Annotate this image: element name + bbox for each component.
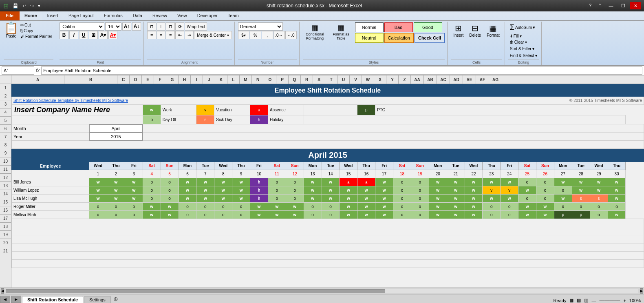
col-header-z[interactable]: Z: [399, 75, 411, 84]
tab-insert[interactable]: Insert: [42, 11, 64, 20]
emp-2-d10[interactable]: h: [250, 186, 268, 195]
tab-page-layout[interactable]: Page Layout: [64, 11, 99, 20]
emp-4-d29[interactable]: o: [590, 203, 608, 211]
emp-4-d8[interactable]: o: [214, 203, 232, 211]
emp-3-d16[interactable]: w: [357, 195, 375, 203]
col-header-af[interactable]: AF: [476, 75, 489, 84]
italic-btn[interactable]: I: [69, 31, 78, 39]
emp-2-d15[interactable]: w: [340, 186, 357, 195]
col-header-v[interactable]: V: [350, 75, 362, 84]
h-scrollbar-thumb[interactable]: [6, 289, 385, 293]
zoom-minus-btn[interactable]: —: [591, 298, 596, 303]
save-quick-btn[interactable]: 💾: [11, 2, 20, 9]
emp-2-d19[interactable]: o: [411, 186, 429, 195]
emp-4-d15[interactable]: w: [340, 203, 357, 211]
emp-2-d5[interactable]: o: [161, 186, 179, 195]
company-name-cell[interactable]: Insert Company Name Here: [12, 105, 143, 115]
align-left-btn[interactable]: ≡: [147, 31, 156, 39]
emp-1-d29[interactable]: w: [590, 178, 608, 186]
border-btn[interactable]: ⊞: [89, 31, 98, 39]
find-select-btn[interactable]: Find & Select ▾: [508, 53, 539, 59]
emp-1-d1[interactable]: w: [89, 178, 107, 186]
emp-5-d9[interactable]: o: [232, 211, 250, 219]
emp-3-d20[interactable]: w: [429, 195, 447, 203]
year-value[interactable]: 2015: [89, 133, 143, 141]
emp-4-d26[interactable]: w: [536, 203, 554, 211]
emp-2-d6[interactable]: w: [179, 186, 196, 195]
emp-1-d19[interactable]: o: [411, 178, 429, 186]
emp-5-d2[interactable]: o: [107, 211, 125, 219]
emp-2-d11[interactable]: o: [268, 186, 286, 195]
col-header-k[interactable]: K: [215, 75, 227, 84]
emp-3-d18[interactable]: o: [393, 195, 411, 203]
emp-2-d17[interactable]: w: [375, 186, 393, 195]
emp-3-d25[interactable]: o: [518, 195, 536, 203]
emp-3-d2[interactable]: w: [107, 195, 125, 203]
emp-3-d26[interactable]: o: [536, 195, 554, 203]
col-header-l[interactable]: L: [227, 75, 240, 84]
emp-1-d23[interactable]: w: [483, 178, 501, 186]
style-normal-btn[interactable]: Normal: [355, 22, 384, 32]
emp-5-d22[interactable]: w: [465, 211, 483, 219]
redo-quick-btn[interactable]: ↪: [29, 2, 35, 9]
emp-2-d1[interactable]: w: [89, 186, 107, 195]
font-color-btn[interactable]: A▾: [108, 31, 117, 39]
bold-btn[interactable]: B: [60, 31, 68, 39]
emp-5-d8[interactable]: o: [214, 211, 232, 219]
emp-3-d9[interactable]: w: [232, 195, 250, 203]
emp-3-name[interactable]: Lisa McHugh: [12, 195, 89, 203]
col-header-e[interactable]: E: [142, 75, 154, 84]
emp-1-d7[interactable]: w: [196, 178, 214, 186]
emp-1-d9[interactable]: w: [232, 178, 250, 186]
emp-4-d6[interactable]: o: [179, 203, 196, 211]
format-painter-button[interactable]: 🖌 Format Painter: [19, 34, 53, 39]
emp-1-d8[interactable]: w: [214, 178, 232, 186]
emp-3-d17[interactable]: w: [375, 195, 393, 203]
month-value[interactable]: April: [89, 124, 143, 133]
emp-3-d11[interactable]: o: [268, 195, 286, 203]
emp-5-d3[interactable]: o: [125, 211, 143, 219]
emp-5-d17[interactable]: w: [375, 211, 393, 219]
emp-2-d12[interactable]: o: [286, 186, 304, 195]
emp-4-d7[interactable]: o: [196, 203, 214, 211]
emp-5-d27[interactable]: p: [554, 211, 572, 219]
emp-4-d25[interactable]: w: [518, 203, 536, 211]
emp-4-d11[interactable]: w: [268, 203, 286, 211]
autosum-btn[interactable]: Σ AutoSum ▾: [508, 22, 537, 33]
emp-5-d25[interactable]: w: [518, 211, 536, 219]
font-name-select[interactable]: Calibri: [60, 22, 104, 31]
fill-color-btn[interactable]: A▾: [99, 31, 108, 39]
emp-5-d6[interactable]: o: [179, 211, 196, 219]
emp-4-d20[interactable]: w: [429, 203, 447, 211]
page-layout-btn[interactable]: ▤: [577, 298, 581, 303]
emp-4-d9[interactable]: o: [232, 203, 250, 211]
emp-1-d4[interactable]: o: [143, 178, 161, 186]
emp-1-d14[interactable]: w: [322, 178, 340, 186]
emp-3-d30[interactable]: w: [608, 195, 626, 203]
accounting-btn[interactable]: $▾: [238, 31, 249, 39]
emp-2-d9[interactable]: w: [232, 186, 250, 195]
emp-3-d23[interactable]: w: [483, 195, 501, 203]
formula-input[interactable]: Employee Shift Rotation Schedule: [41, 66, 642, 75]
emp-5-d16[interactable]: w: [357, 211, 375, 219]
col-header-a[interactable]: A: [11, 75, 64, 84]
emp-1-d30[interactable]: w: [608, 178, 626, 186]
decrease-decimal-btn[interactable]: ←.0: [285, 31, 297, 39]
emp-3-d5[interactable]: o: [161, 195, 179, 203]
align-top-right-btn[interactable]: ⊓: [166, 22, 175, 31]
emp-4-d19[interactable]: o: [411, 203, 429, 211]
col-header-u[interactable]: U: [337, 75, 350, 84]
tab-team[interactable]: Team: [223, 11, 244, 20]
tab-review[interactable]: Review: [148, 11, 172, 20]
emp-5-d23[interactable]: o: [483, 211, 501, 219]
emp-5-d18[interactable]: o: [393, 211, 411, 219]
emp-2-d28[interactable]: w: [572, 186, 590, 195]
col-header-ad[interactable]: AD: [450, 75, 463, 84]
col-header-y[interactable]: Y: [386, 75, 399, 84]
emp-3-d7[interactable]: w: [196, 195, 214, 203]
col-header-aa[interactable]: AA: [411, 75, 424, 84]
emp-1-d24[interactable]: w: [501, 178, 518, 186]
emp-4-d21[interactable]: w: [447, 203, 465, 211]
emp-1-d17[interactable]: w: [375, 178, 393, 186]
emp-1-d25[interactable]: o: [518, 178, 536, 186]
